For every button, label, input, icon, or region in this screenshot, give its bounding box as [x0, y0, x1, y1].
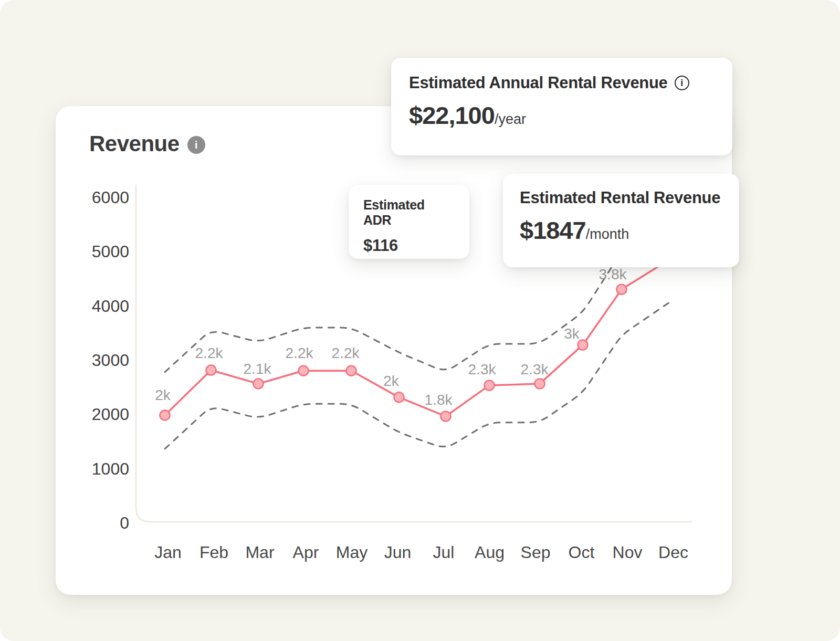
monthly-revenue-value: $1847 — [520, 216, 586, 245]
adr-title-text: Estimated ADR — [363, 197, 455, 228]
annual-revenue-value-row: $22,100 /year — [409, 101, 715, 130]
chart-title: Revenue — [89, 131, 180, 156]
page-background: Revenue i 0100020003000400050006000JanFe… — [0, 0, 840, 641]
annual-revenue-value: $22,100 — [409, 101, 495, 130]
monthly-revenue-card: Estimated Rental Revenue $1847 /month — [503, 174, 739, 267]
annual-revenue-title: Estimated Annual Rental Revenue i — [409, 73, 715, 92]
adr-value-row: $116 — [363, 236, 455, 255]
monthly-revenue-value-row: $1847 /month — [520, 216, 722, 245]
adr-title: Estimated ADR — [363, 197, 455, 228]
monthly-revenue-title-text: Estimated Rental Revenue — [520, 188, 720, 207]
info-icon[interactable]: i — [675, 76, 689, 90]
monthly-revenue-title: Estimated Rental Revenue — [520, 188, 722, 207]
annual-revenue-card: Estimated Annual Rental Revenue i $22,10… — [391, 58, 732, 155]
adr-card: Estimated ADR $116 — [349, 185, 469, 259]
annual-revenue-unit: /year — [495, 111, 526, 128]
chart-header: Revenue i — [89, 131, 205, 156]
monthly-revenue-unit: /month — [586, 226, 629, 243]
info-icon[interactable]: i — [187, 136, 205, 154]
annual-revenue-title-text: Estimated Annual Rental Revenue — [409, 73, 668, 92]
adr-value: $116 — [363, 236, 398, 255]
